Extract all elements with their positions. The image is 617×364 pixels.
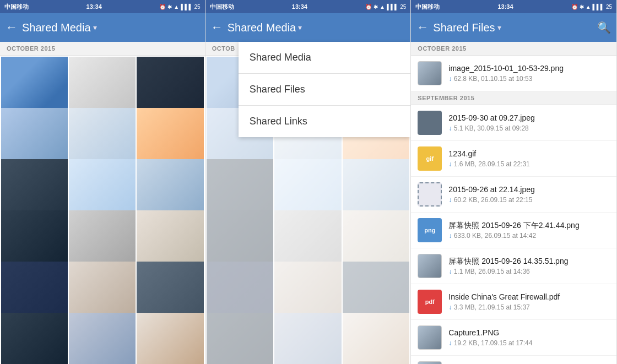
signal-icon: ▌▌▌ bbox=[387, 4, 398, 10]
left-title-text: Shared Media bbox=[22, 21, 91, 34]
right-time: 13:34 bbox=[497, 3, 513, 10]
media-thumbnail[interactable]: 8 GB — 15 小时3 bbox=[343, 313, 410, 364]
file-name: 屏幕快照 2015-09-26 14.35.51.png bbox=[448, 257, 610, 266]
file-icon: gif bbox=[418, 146, 442, 171]
left-status-bar: 中国移动 13:34 ⏰ ✱ ▲ ▌▌▌ 25 bbox=[0, 0, 205, 13]
wifi-icon: ▲ bbox=[380, 4, 385, 10]
right-search-button[interactable]: 🔍 bbox=[597, 21, 611, 34]
file-section-header: SEPTEMBER 2015 bbox=[411, 91, 616, 105]
battery-icon: 25 bbox=[400, 4, 406, 10]
middle-status-icons: ⏰ ✱ ▲ ▌▌▌ 25 bbox=[365, 4, 406, 10]
file-icon bbox=[418, 325, 442, 350]
battery-icon: 25 bbox=[194, 4, 201, 10]
dropdown-item[interactable]: Shared Links bbox=[239, 106, 411, 137]
file-section-header: OCTOBER 2015 bbox=[411, 42, 616, 56]
middle-dropdown-arrow[interactable]: ▾ bbox=[298, 23, 302, 32]
middle-carrier: 中国移动 bbox=[210, 3, 234, 11]
file-info: 屏幕快照 2015-09-26 下午2.41.44.png↓ 633.0 KB,… bbox=[448, 221, 610, 240]
left-back-button[interactable]: ← bbox=[6, 21, 18, 34]
file-name: Inside China's Great Firewall.pdf bbox=[448, 292, 610, 302]
dropdown-item[interactable]: Shared Files bbox=[239, 74, 411, 106]
file-meta: ↓ 1.6 MB, 28.09.15 at 22:31 bbox=[448, 160, 610, 168]
wifi-icon: ▲ bbox=[586, 4, 591, 10]
media-thumbnail[interactable] bbox=[1, 313, 68, 364]
left-panel: 中国移动 13:34 ⏰ ✱ ▲ ▌▌▌ 25 ← Shared Media ▾… bbox=[0, 0, 205, 364]
file-icon bbox=[418, 361, 442, 364]
left-title: Shared Media ▾ bbox=[22, 21, 199, 34]
file-item[interactable]: pdfInside China's Great Firewall.pdf↓ 3.… bbox=[411, 284, 616, 320]
media-thumbnail[interactable] bbox=[207, 313, 274, 364]
file-name: 屏幕快照 2015-09-26 下午2.41.44.png bbox=[448, 221, 610, 230]
dropdown-item[interactable]: Shared Media bbox=[239, 42, 411, 74]
file-item[interactable]: 2015-09-30 at 09.27.jpeg↓ 5.1 KB, 30.09.… bbox=[411, 105, 616, 141]
signal-icon: ▌▌▌ bbox=[593, 4, 604, 10]
middle-time: 13:34 bbox=[292, 3, 307, 10]
file-info: image_2015-10-01_10-53-29.png↓ 62.8 KB, … bbox=[448, 64, 610, 83]
file-icon bbox=[418, 61, 442, 85]
left-section-header: OCTOBER 2015 bbox=[0, 42, 205, 56]
file-item[interactable]: Capture1.PNG↓ 19.2 KB, 17.09.15 at 17:44 bbox=[411, 320, 616, 356]
right-title: Shared Files ▾ bbox=[433, 21, 593, 34]
media-thumbnail[interactable]: 79 GB — 正在计 bbox=[137, 313, 203, 364]
dropdown-menu: Shared MediaShared FilesShared Links bbox=[239, 42, 411, 137]
right-status-icons: ⏰ ✱ ▲ ▌▌▌ 25 bbox=[571, 4, 612, 10]
file-name: 1234.gif bbox=[448, 149, 610, 159]
file-meta: ↓ 1.1 MB, 26.09.15 at 14:36 bbox=[448, 268, 610, 275]
bluetooth-icon: ✱ bbox=[374, 4, 378, 10]
file-meta: ↓ 5.1 KB, 30.09.15 at 09:28 bbox=[448, 124, 610, 132]
file-icon: pdf bbox=[418, 290, 442, 314]
right-carrier: 中国移动 bbox=[415, 3, 440, 11]
battery-icon: 25 bbox=[606, 4, 612, 10]
media-thumbnail[interactable] bbox=[69, 313, 136, 364]
middle-title-text: Shared Media bbox=[228, 21, 296, 34]
file-icon bbox=[418, 254, 442, 278]
bluetooth-icon: ✱ bbox=[167, 4, 172, 10]
wifi-icon: ▲ bbox=[174, 4, 179, 10]
file-icon bbox=[418, 111, 442, 135]
right-title-text: Shared Files bbox=[433, 21, 495, 34]
file-info: 2015-09-30 at 09.27.jpeg↓ 5.1 KB, 30.09.… bbox=[448, 113, 610, 132]
file-item[interactable]: 2015-09-26 at 22.14.jpeg↓ 60.2 KB, 26.09… bbox=[411, 177, 616, 213]
left-time: 13:34 bbox=[86, 3, 102, 10]
file-item[interactable]: 屏幕快照 2015-09-26 14.35.51.png↓ 1.1 MB, 26… bbox=[411, 248, 616, 284]
left-media-grid: 共 8 GB — 1 小时共 6.08 GB1.79 GB — 3 分钟OS X… bbox=[0, 56, 205, 364]
file-item[interactable]: gif1234.gif↓ 1.6 MB, 28.09.15 at 22:31 bbox=[411, 141, 616, 177]
file-name: 2015-09-30 at 09.27.jpeg bbox=[448, 113, 610, 123]
file-info: 屏幕快照 2015-09-26 14.35.51.png↓ 1.1 MB, 26… bbox=[448, 257, 610, 275]
file-item[interactable]: png屏幕快照 2015-09-26 下午2.41.44.png↓ 633.0 … bbox=[411, 213, 616, 248]
file-meta: ↓ 3.3 MB, 21.09.15 at 15:37 bbox=[448, 303, 610, 311]
file-name: image_2015-10-01_10-53-29.png bbox=[448, 64, 610, 73]
alarm-icon: ⏰ bbox=[571, 4, 578, 10]
middle-title: Shared Media ▾ bbox=[228, 21, 405, 34]
right-back-button[interactable]: ← bbox=[416, 21, 429, 34]
file-meta: ↓ 62.8 KB, 01.10.15 at 10:53 bbox=[448, 75, 610, 83]
left-carrier: 中国移动 bbox=[4, 3, 29, 11]
middle-panel: 中国移动 13:34 ⏰ ✱ ▲ ▌▌▌ 25 ← Shared Media ▾… bbox=[205, 0, 412, 364]
right-files-list: OCTOBER 2015image_2015-10-01_10-53-29.pn… bbox=[411, 42, 616, 364]
left-dropdown-arrow[interactable]: ▾ bbox=[93, 23, 97, 32]
file-item[interactable]: image_2015-10-01_10-53-29.png↓ 62.8 KB, … bbox=[411, 56, 616, 91]
right-dropdown-arrow[interactable]: ▾ bbox=[497, 23, 501, 32]
file-meta: ↓ 60.2 KB, 26.09.15 at 22:15 bbox=[448, 196, 610, 204]
file-icon: png bbox=[418, 218, 442, 242]
right-top-bar: ← Shared Files ▾ 🔍 bbox=[411, 13, 616, 42]
file-item[interactable]: Capture.PNG bbox=[411, 356, 616, 364]
bluetooth-icon: ✱ bbox=[580, 4, 584, 10]
left-top-bar: ← Shared Media ▾ bbox=[0, 13, 205, 42]
file-info: 1234.gif↓ 1.6 MB, 28.09.15 at 22:31 bbox=[448, 149, 610, 168]
file-info: 2015-09-26 at 22.14.jpeg↓ 60.2 KB, 26.09… bbox=[448, 185, 610, 204]
file-meta: ↓ 19.2 KB, 17.09.15 at 17:44 bbox=[448, 339, 610, 347]
signal-icon: ▌▌▌ bbox=[181, 4, 192, 10]
right-status-bar: 中国移动 13:34 ⏰ ✱ ▲ ▌▌▌ 25 bbox=[411, 0, 616, 13]
alarm-icon: ⏰ bbox=[159, 4, 166, 10]
file-info: Inside China's Great Firewall.pdf↓ 3.3 M… bbox=[448, 292, 610, 311]
middle-status-bar: 中国移动 13:34 ⏰ ✱ ▲ ▌▌▌ 25 bbox=[205, 0, 411, 13]
middle-top-bar: ← Shared Media ▾ bbox=[205, 13, 411, 42]
file-name: Capture1.PNG bbox=[448, 328, 610, 338]
file-info: Capture1.PNG↓ 19.2 KB, 17.09.15 at 17:44 bbox=[448, 328, 610, 347]
file-meta: ↓ 633.0 KB, 26.09.15 at 14:42 bbox=[448, 232, 610, 240]
file-icon bbox=[418, 182, 442, 207]
alarm-icon: ⏰ bbox=[365, 4, 372, 10]
middle-back-button[interactable]: ← bbox=[211, 21, 223, 34]
media-thumbnail[interactable] bbox=[274, 313, 342, 364]
